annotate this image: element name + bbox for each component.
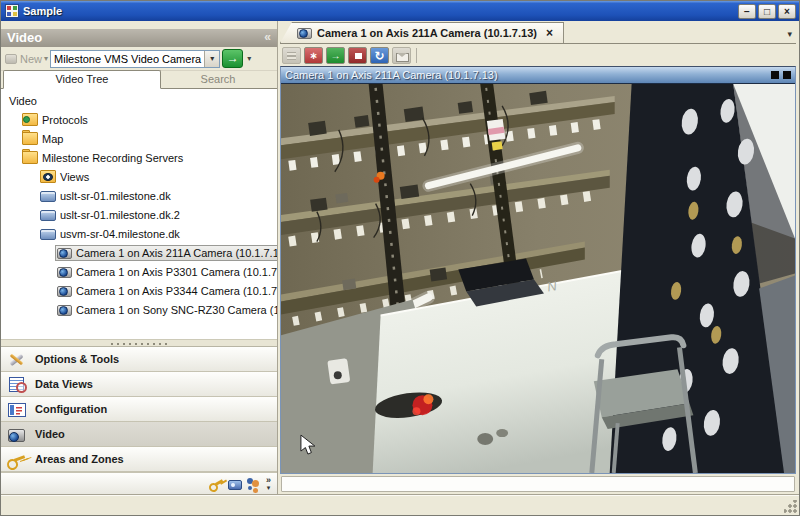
camera-icon <box>57 286 72 297</box>
tree-item-server-2[interactable]: uslt-sr-01.milestone.dk.2 <box>1 205 277 224</box>
accordion-data-views[interactable]: Data Views <box>1 372 277 397</box>
configuration-icon <box>7 401 27 418</box>
camera-toolbar: ∗ → ↻ <box>280 44 796 66</box>
camera-video-frame[interactable]: N <box>281 84 795 473</box>
minimize-button[interactable]: − <box>738 4 756 19</box>
accordion-configuration[interactable]: Configuration <box>1 397 277 422</box>
server-icon <box>40 229 56 240</box>
accordion-options-tools[interactable]: Options & Tools <box>1 347 277 372</box>
tree-item-camera-sony-rz30[interactable]: Camera 1 on Sony SNC-RZ30 Camera (10.1.2… <box>1 300 277 319</box>
device-type-combobox[interactable]: Milestone VMS Video Camera ▾ <box>50 50 220 68</box>
tab-list-caret-icon[interactable]: ▾ <box>787 29 796 43</box>
camera-device-icon[interactable] <box>228 480 242 490</box>
new-item-icon <box>5 54 17 64</box>
camera-document-tab[interactable]: Camera 1 on Axis 211A Camera (10.1.7.13)… <box>280 22 564 43</box>
go-dropdown-caret-icon[interactable]: ▾ <box>247 54 251 63</box>
tree-item-views[interactable]: Views <box>1 167 277 186</box>
tree-item-camera-axis-p3344[interactable]: Camera 1 on Axis P3344 Camera (10.1.7.85… <box>1 281 277 300</box>
camera-viewport-header[interactable]: Camera 1 on Axis 211A Camera (10.1.7.13) <box>281 67 795 84</box>
indicator-square-icon <box>771 71 779 79</box>
timeline-strip <box>281 476 795 492</box>
accordion-overflow-bar: » ▾ <box>1 472 277 494</box>
camera-icon <box>57 305 72 316</box>
accordion-areas-zones[interactable]: Areas and Zones <box>1 447 277 472</box>
properties-disabled-icon <box>282 47 301 64</box>
resize-grip-icon[interactable] <box>784 500 797 513</box>
tree-item-server-1[interactable]: uslt-sr-01.milestone.dk <box>1 186 277 205</box>
server-icon <box>40 191 56 202</box>
left-toolbar: New ▾ Milestone VMS Video Camera ▾ → ▾ <box>1 47 277 71</box>
camera-icon <box>57 267 72 278</box>
tree-item-camera-axis-211a[interactable]: Camera 1 on Axis 211A Camera (10.1.7.13) <box>1 243 277 262</box>
tab-search[interactable]: Search <box>161 71 275 88</box>
camera-viewport-title: Camera 1 on Axis 211A Camera (10.1.7.13) <box>285 69 767 81</box>
title-bar[interactable]: Sample − □ × <box>1 1 799 21</box>
video-camera-icon <box>7 426 27 443</box>
navigation-panel: Video « New ▾ Milestone VMS Video Camera… <box>1 21 278 494</box>
red-stop-icon[interactable] <box>348 47 367 64</box>
indicator-square-icon <box>783 71 791 79</box>
app-window: Sample − □ × Video « New ▾ Milestone VMS… <box>0 0 800 516</box>
tools-icon <box>7 351 27 368</box>
document-area: Camera 1 on Axis 211A Camera (10.1.7.13)… <box>278 21 799 494</box>
camera-icon <box>297 28 312 39</box>
document-tab-label: Camera 1 on Axis 211A Camera (10.1.7.13) <box>317 27 537 39</box>
camera-viewport: Camera 1 on Axis 211A Camera (10.1.7.13) <box>280 66 796 474</box>
video-tree: Video Protocols Map Milestone Recording … <box>1 89 277 339</box>
tree-item-server-3[interactable]: usvm-sr-04.milestone.dk <box>1 224 277 243</box>
new-button[interactable]: New <box>5 53 42 65</box>
tab-video-tree[interactable]: Video Tree <box>3 70 161 89</box>
maximize-button[interactable]: □ <box>758 4 776 19</box>
server-icon <box>40 210 56 221</box>
users-icon[interactable] <box>247 477 261 490</box>
go-button[interactable]: → <box>222 49 243 68</box>
tree-item-camera-axis-p3301[interactable]: Camera 1 on Axis P3301 Camera (10.1.7.72… <box>1 262 277 281</box>
red-burst-icon[interactable]: ∗ <box>304 47 323 64</box>
new-dropdown-caret-icon[interactable]: ▾ <box>44 54 48 63</box>
tree-item-recording-servers[interactable]: Milestone Recording Servers <box>1 148 277 167</box>
tree-item-map[interactable]: Map <box>1 129 277 148</box>
tree-item-root[interactable]: Video <box>1 91 277 110</box>
protocols-folder-icon <box>22 113 38 126</box>
gray-envelope-icon <box>392 47 411 64</box>
green-start-arrow-icon[interactable]: → <box>326 47 345 64</box>
folder-icon <box>22 132 38 145</box>
navigation-accordion: Options & Tools Data Views Configuration… <box>1 347 277 472</box>
folder-icon <box>22 151 38 164</box>
camera-icon <box>57 248 72 259</box>
document-tabbar: Camera 1 on Axis 211A Camera (10.1.7.13)… <box>280 23 796 44</box>
tree-item-protocols[interactable]: Protocols <box>1 110 277 129</box>
key-icon[interactable] <box>209 477 223 490</box>
status-bar <box>1 494 799 515</box>
blue-refresh-icon[interactable]: ↻ <box>370 47 389 64</box>
collapse-panel-icon[interactable]: « <box>264 29 271 47</box>
splitter-handle[interactable] <box>1 339 277 347</box>
app-icon <box>5 4 19 18</box>
left-tabbar: Video Tree Search <box>1 71 277 89</box>
views-folder-icon <box>40 170 56 183</box>
data-views-icon <box>7 376 27 393</box>
panel-title: Video <box>7 29 42 47</box>
caret-down-icon: ▾ <box>267 484 271 491</box>
panel-header: Video « <box>1 29 277 47</box>
overflow-menu-button[interactable]: » ▾ <box>266 477 271 491</box>
close-tab-icon[interactable]: × <box>546 26 553 40</box>
accordion-video[interactable]: Video <box>1 422 277 447</box>
combobox-dropdown-icon[interactable]: ▾ <box>204 51 219 67</box>
close-button[interactable]: × <box>778 4 796 19</box>
toolbar-separator <box>416 48 417 63</box>
device-type-value: Milestone VMS Video Camera <box>51 53 204 65</box>
key-icon <box>7 451 27 468</box>
chevron-right-icon: » <box>266 477 271 484</box>
window-title: Sample <box>23 5 736 17</box>
